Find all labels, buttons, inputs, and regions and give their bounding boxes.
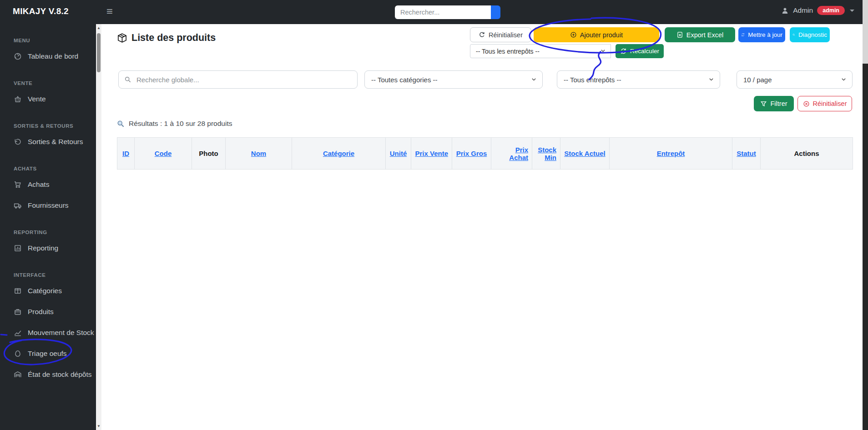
sidebar-item-tableau-de-bord[interactable]: Tableau de bord [0, 46, 96, 67]
sidebar-item-label: Catégories [28, 287, 62, 295]
filter-button[interactable]: Filtrer [754, 96, 794, 111]
filter-row: -- Toutes catégories -- -- Tous entrepôt… [118, 70, 853, 89]
results-summary: Résultats : 1 à 10 sur 28 produits [117, 120, 232, 128]
sidebar-item-triage-oeufs[interactable]: Triage oeufs [0, 343, 96, 364]
undo-icon [14, 138, 22, 146]
category-select[interactable]: -- Toutes catégories -- [364, 70, 543, 89]
col-header-unite[interactable]: Unité [386, 138, 411, 170]
col-header-stock-min[interactable]: Stock Min [532, 138, 560, 170]
sidebar-nav: MENUTableau de bordVENTEVenteSORTIES & R… [0, 38, 96, 385]
scroll-up-icon[interactable]: ▲ [96, 26, 101, 30]
navbar-search-input[interactable] [395, 5, 491, 19]
refresh-icon [479, 31, 485, 38]
col-header-prix-gros[interactable]: Prix Gros [452, 138, 491, 170]
sidebar: MENUTableau de bordVENTEVenteSORTIES & R… [0, 24, 96, 430]
sidebar-item-label: Sorties & Retours [28, 138, 83, 146]
chevron-down-icon [708, 76, 714, 84]
truck-icon [14, 201, 22, 210]
sidebar-section-reporting: REPORTING [0, 230, 96, 235]
diagnostic-button[interactable]: Diagnostic [790, 27, 830, 42]
columns-icon [14, 287, 22, 295]
sidebar-item-categories[interactable]: Catégories [0, 280, 96, 301]
plus-circle-icon [570, 31, 577, 38]
recalculate-button[interactable]: Recalculer [616, 44, 664, 58]
global-search-input[interactable] [136, 75, 352, 84]
dashboard-icon [14, 52, 22, 60]
sidebar-item-label: Achats [28, 180, 49, 189]
basket-icon [14, 95, 22, 103]
chart-line-icon [14, 329, 22, 337]
main-content: Liste des produits Réinitialiser Ajouter… [101, 24, 860, 430]
search-icon [124, 76, 131, 83]
window-scrollbar[interactable] [863, 0, 868, 430]
app-brand: MIKAJY V.8.2 [13, 6, 69, 16]
box-icon [14, 308, 22, 316]
table-header-row: IDCodePhotoNomCatégorieUnitéPrix VentePr… [117, 138, 853, 170]
scrollbar-thumb[interactable] [97, 33, 101, 72]
sidebar-section-vente: VENTE [0, 80, 96, 86]
navbar-search-button[interactable] [491, 5, 500, 19]
sidebar-item-vente[interactable]: Vente [0, 89, 96, 110]
global-search-field [118, 70, 358, 89]
sidebar-section-interface: INTERFACE [0, 272, 96, 278]
sidebar-item-label: Produits [28, 308, 54, 316]
user-menu[interactable]: Admin admin [781, 6, 854, 15]
products-table: IDCodePhotoNomCatégorieUnitéPrix VentePr… [117, 137, 853, 170]
sidebar-item-label: Vente [28, 95, 46, 103]
sidebar-item-label: État de stock dépôts [28, 370, 91, 379]
col-header-entrepot[interactable]: Entrepôt [610, 138, 732, 170]
filter-reset-button[interactable]: Réinitialiser [797, 96, 852, 111]
col-header-categorie[interactable]: Catégorie [292, 138, 386, 170]
funnel-icon [760, 100, 767, 107]
filter-actions: Filtrer Réinitialiser [101, 96, 853, 111]
sidebar-item-sorties-retours[interactable]: Sorties & Retours [0, 131, 96, 152]
window-scrollbar-thumb[interactable] [863, 64, 868, 430]
sidebar-scrollbar[interactable]: ▲ ▼ [96, 24, 101, 430]
col-header-nom[interactable]: Nom [226, 138, 292, 170]
reset-button[interactable]: Réinitialiser [470, 27, 531, 42]
warehouse-select-top[interactable]: -- Tous les entrepôts -- [470, 44, 611, 58]
sidebar-item-mouvement-de-stock[interactable]: Mouvement de Stock [0, 322, 96, 343]
sidebar-item-etat-de-stock-depots[interactable]: État de stock dépôts [0, 364, 96, 385]
x-circle-icon [803, 100, 810, 107]
page-title: Liste des produits [117, 32, 216, 44]
person-icon [781, 7, 789, 15]
col-header-id[interactable]: ID [117, 138, 135, 170]
egg-icon [14, 350, 22, 358]
sidebar-item-label: Triage oeufs [28, 350, 67, 358]
col-header-stock-actuel[interactable]: Stock Actuel [560, 138, 610, 170]
global-search [395, 5, 500, 19]
add-product-button[interactable]: Ajouter produit [534, 27, 659, 42]
sidebar-item-label: Tableau de bord [28, 52, 78, 60]
col-header-actions: Actions [761, 138, 853, 170]
sync-icon [741, 31, 745, 38]
export-excel-button[interactable]: Export Excel [665, 27, 735, 42]
chevron-down-icon [841, 76, 847, 84]
col-header-prix-vente[interactable]: Prix Vente [411, 138, 452, 170]
sidebar-item-label: Fournisseurs [28, 201, 69, 210]
scroll-down-icon[interactable]: ▼ [96, 424, 101, 428]
warehouse-icon [14, 370, 22, 379]
col-header-code[interactable]: Code [135, 138, 192, 170]
sidebar-item-produits[interactable]: Produits [0, 301, 96, 322]
sidebar-section-achats: ACHATS [0, 166, 96, 171]
warehouse-select[interactable]: -- Tous entrepôts -- [557, 70, 720, 89]
chevron-down-icon [850, 10, 854, 12]
update-button[interactable]: Mettre à jour [738, 27, 785, 42]
col-header-statut[interactable]: Statut [732, 138, 761, 170]
chevron-down-icon [531, 76, 537, 84]
sidebar-item-label: Mouvement de Stock [28, 329, 94, 337]
sidebar-item-fournisseurs[interactable]: Fournisseurs [0, 195, 96, 216]
sidebar-section-menu: MENU [0, 38, 96, 43]
hamburger-menu-icon[interactable]: ≡ [106, 5, 113, 17]
sidebar-item-label: Reporting [28, 244, 58, 252]
sidebar-item-reporting[interactable]: Reporting [0, 238, 96, 259]
top-navbar: MIKAJY V.8.2 ≡ Admin admin [0, 0, 868, 24]
box-icon [117, 33, 127, 43]
sidebar-item-achats[interactable]: Achats [0, 174, 96, 195]
cart-icon [14, 180, 22, 189]
per-page-select[interactable]: 10 / page [737, 70, 853, 89]
col-header-prix-achat[interactable]: Prix Achat [491, 138, 532, 170]
user-name: Admin [793, 6, 813, 15]
col-header-photo: Photo [192, 138, 226, 170]
